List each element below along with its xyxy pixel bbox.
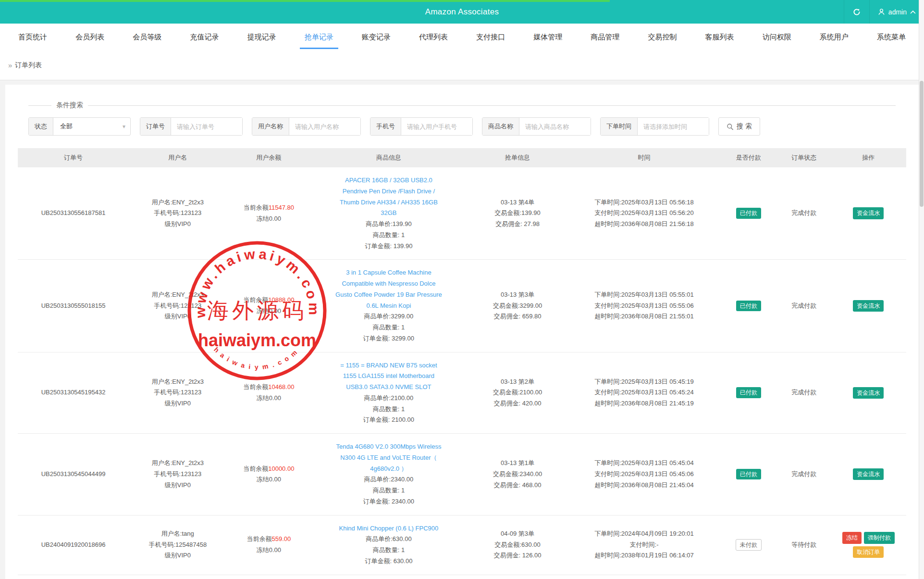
user-info: 用户名:ENY_2t2x3 手机号码:123123 级别VIP0 — [129, 189, 226, 238]
admin-username: admin — [888, 8, 907, 16]
funds-flow-button[interactable]: 资金流水 — [853, 387, 884, 399]
column-header: 订单号 — [18, 148, 129, 167]
column-header: 时间 — [568, 148, 719, 167]
user-balance: 当前余额10888.00 冻结0.00 — [227, 287, 311, 325]
product-info: Tenda 4G680 V2.0 300Mbps Wireless N300 4… — [311, 434, 467, 515]
column-header: 商品信息 — [311, 148, 467, 167]
username-input[interactable] — [289, 118, 360, 135]
paid-status-badge: 已付款 — [736, 469, 761, 479]
nav-tab[interactable]: 支付接口 — [471, 25, 510, 49]
nav-tab[interactable]: 系统用户 — [815, 25, 853, 49]
search-icon — [727, 123, 734, 130]
product-info: APACER 16GB / 32GB USB2.0 Pendrive Pen D… — [311, 167, 467, 259]
user-balance: 当前余额10468.00 冻结0.00 — [227, 374, 311, 412]
table-row: UB2503130545195432 用户名:ENY_2t2x3 手机号码:12… — [18, 352, 906, 434]
user-balance: 当前余额10000.00 冻结0.00 — [227, 456, 311, 493]
nav-tab[interactable]: 系统菜单 — [872, 25, 911, 49]
search-panel-title: 条件搜索 — [51, 101, 88, 110]
nav-tab[interactable]: 访问权限 — [758, 25, 796, 49]
nav-tab[interactable]: 提现记录 — [243, 25, 281, 49]
chevron-up-icon — [910, 10, 916, 14]
paid-status-badge: 未付款 — [736, 539, 762, 551]
actions-cell: 冻结强制付款取消订单 — [831, 524, 906, 566]
product-link[interactable]: APACER 16GB / 32GB USB2.0 Pendrive Pen D… — [333, 175, 444, 219]
product-name-input[interactable] — [519, 118, 591, 135]
grab-info: 03-13 第1单 交易金额:2340.00 交易佣金: 468.00 — [467, 450, 569, 498]
column-header: 是否付款 — [720, 148, 777, 167]
refresh-button[interactable] — [844, 0, 869, 24]
admin-menu[interactable]: admin — [869, 0, 924, 24]
status-select-value: 全部 — [60, 122, 73, 131]
time-info: 下单时间:2025年03月13日 05:56:18 支付时间:2025年03月1… — [568, 189, 719, 238]
phone-input[interactable] — [401, 118, 472, 135]
table-header-row: 订单号用户名用户余额商品信息抢单信息时间是否付款订单状态操作 — [18, 148, 906, 167]
cancel-order-button[interactable]: 取消订单 — [853, 546, 884, 558]
paid-status-cell: 未付款 — [720, 531, 777, 558]
time-info: 下单时间:2025年03月13日 05:45:04 支付时间:2025年03月1… — [568, 450, 719, 498]
grab-info: 04-09 第3单 交易金额:630.00 交易佣金: 126.00 — [467, 521, 569, 569]
funds-flow-button[interactable]: 资金流水 — [853, 207, 884, 219]
product-info: PNY Attache 4 USB2.0 USB Flash Drive Pen… — [311, 575, 467, 579]
nav-tab[interactable]: 交易控制 — [643, 25, 681, 49]
funds-flow-button[interactable]: 资金流水 — [853, 300, 884, 312]
nav-tab[interactable]: 会员等级 — [128, 25, 166, 49]
scrollbar-thumb[interactable] — [920, 81, 924, 207]
page-title: 订单列表 — [15, 61, 42, 70]
actions-cell: 资金流水 — [831, 461, 906, 488]
nav-tab[interactable]: 首页统计 — [13, 25, 52, 49]
table-row: UB2503130545044499 用户名:ENY_2t2x3 手机号码:12… — [18, 434, 906, 516]
table-row: UB2404091920018696 用户名:tang 手机号码:1254874… — [18, 516, 906, 575]
main-nav: 首页统计会员列表会员等级充值记录提现记录抢单记录账变记录代理列表支付接口媒体管理… — [0, 24, 924, 50]
vertical-scrollbar[interactable] — [919, 0, 924, 579]
product-link[interactable]: 3 in 1 Capsule Coffee Machine Compatible… — [333, 267, 444, 311]
paid-status-cell: 已付款 — [720, 461, 777, 488]
column-header: 用户余额 — [227, 148, 311, 167]
paid-status-badge: 已付款 — [736, 387, 761, 398]
order-number: UB2503130545195432 — [18, 379, 129, 406]
order-number: UB2503130545044499 — [18, 461, 129, 488]
funds-flow-button[interactable]: 资金流水 — [853, 468, 884, 480]
time-info: 下单时间:2025年03月13日 05:45:19 支付时间:2025年03月1… — [568, 369, 719, 417]
nav-tab[interactable]: 商品管理 — [586, 25, 624, 49]
order-number: UB2503130556187581 — [18, 200, 129, 227]
nav-tab[interactable]: 账变记录 — [357, 25, 395, 49]
product-info: 3 in 1 Capsule Coffee Machine Compatible… — [311, 260, 467, 352]
nav-tab[interactable]: 媒体管理 — [529, 25, 567, 49]
paid-status-cell: 已付款 — [720, 379, 777, 406]
content-card: 条件搜索 状态 全部 ▾ 订单号 用户名称 — [5, 85, 919, 579]
user-balance: 当前余额559.00 冻结0.00 — [227, 526, 311, 564]
nav-tab[interactable]: 代理列表 — [414, 25, 453, 49]
force-pay-button[interactable]: 强制付款 — [864, 532, 895, 543]
actions-cell: 资金流水 — [831, 292, 906, 319]
column-header: 用户名 — [129, 148, 226, 167]
product-link[interactable]: Khind Mini Chopper (0.6 L) FPC900 — [339, 523, 439, 534]
order-status: 完成付款 — [777, 200, 831, 227]
product-link[interactable]: = 1155 = BRAND NEW B75 socket 1155 LGA11… — [333, 360, 444, 393]
order-no-input[interactable] — [171, 118, 242, 135]
nav-tab[interactable]: 会员列表 — [71, 25, 109, 49]
nav-tab[interactable]: 抢单记录 — [300, 25, 338, 49]
search-button[interactable]: 搜 索 — [718, 117, 760, 136]
paid-status-cell: 已付款 — [720, 200, 777, 227]
app-header: Amazon Associates admin — [0, 0, 924, 24]
freeze-button[interactable]: 冻结 — [842, 532, 862, 543]
search-field-phone: 手机号 — [370, 117, 473, 136]
table-row: UB2503130555018155 用户名:ENY_2t2x3 手机号码:12… — [18, 260, 906, 352]
user-icon — [878, 8, 885, 15]
nav-tab[interactable]: 客服列表 — [701, 25, 739, 49]
user-info: 用户名:ENY_2t2x3 手机号码:123123 级别VIP0 — [129, 369, 226, 417]
user-info: 用户名:tang 手机号码:125487458 级别VIP0 — [129, 521, 226, 569]
actions-cell: 资金流水 — [831, 379, 906, 406]
table-row: UB2503130556187581 用户名:ENY_2t2x3 手机号码:12… — [18, 167, 906, 260]
column-header: 抢单信息 — [467, 148, 569, 167]
time-info: 下单时间:2025年03月13日 05:55:01 支付时间:2025年03月1… — [568, 282, 719, 330]
breadcrumb: » 订单列表 — [0, 50, 924, 80]
search-field-username: 用户名称 — [252, 117, 361, 136]
order-status: 完成付款 — [777, 461, 831, 488]
nav-tab[interactable]: 充值记录 — [185, 25, 223, 49]
search-field-order-time: 下单时间 — [600, 117, 709, 136]
chevron-down-icon: ▾ — [123, 123, 125, 130]
order-time-input[interactable] — [638, 118, 709, 135]
product-link[interactable]: Tenda 4G680 V2.0 300Mbps Wireless N300 4… — [333, 441, 444, 474]
status-select[interactable]: 全部 ▾ — [53, 118, 130, 135]
